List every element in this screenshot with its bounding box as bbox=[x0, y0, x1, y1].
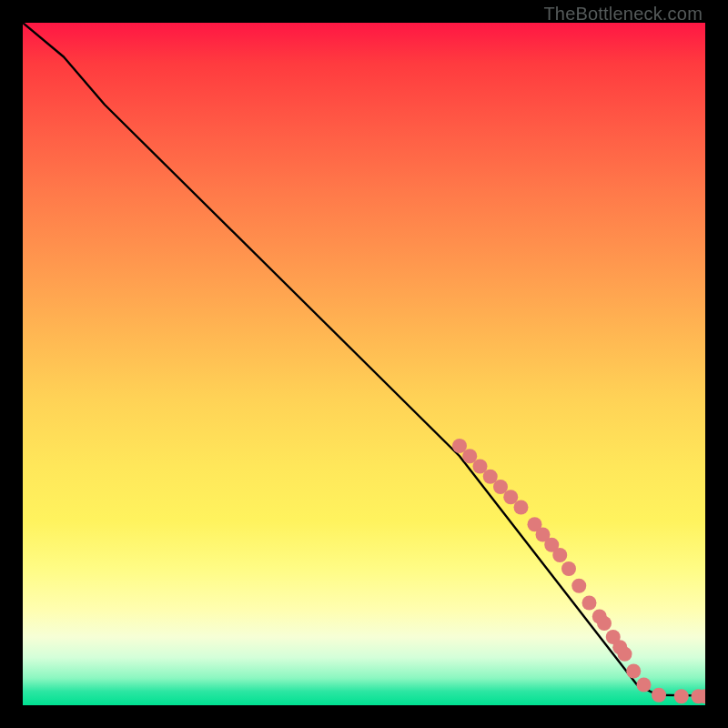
chart-svg bbox=[23, 23, 705, 705]
chart-frame: TheBottleneck.com bbox=[0, 0, 728, 728]
chart-marker bbox=[582, 596, 597, 611]
chart-marker bbox=[571, 579, 586, 593]
plot-area bbox=[23, 23, 705, 705]
chart-marker bbox=[637, 678, 652, 693]
chart-marker bbox=[561, 561, 576, 576]
watermark-label: TheBottleneck.com bbox=[543, 4, 703, 25]
chart-markers-group bbox=[452, 439, 705, 703]
chart-marker bbox=[674, 689, 689, 703]
chart-marker bbox=[618, 647, 632, 662]
chart-marker bbox=[597, 616, 612, 631]
chart-marker bbox=[626, 664, 641, 679]
chart-marker bbox=[652, 688, 666, 703]
chart-line-path bbox=[23, 23, 705, 696]
chart-marker bbox=[552, 548, 567, 562]
chart-marker bbox=[514, 500, 529, 515]
